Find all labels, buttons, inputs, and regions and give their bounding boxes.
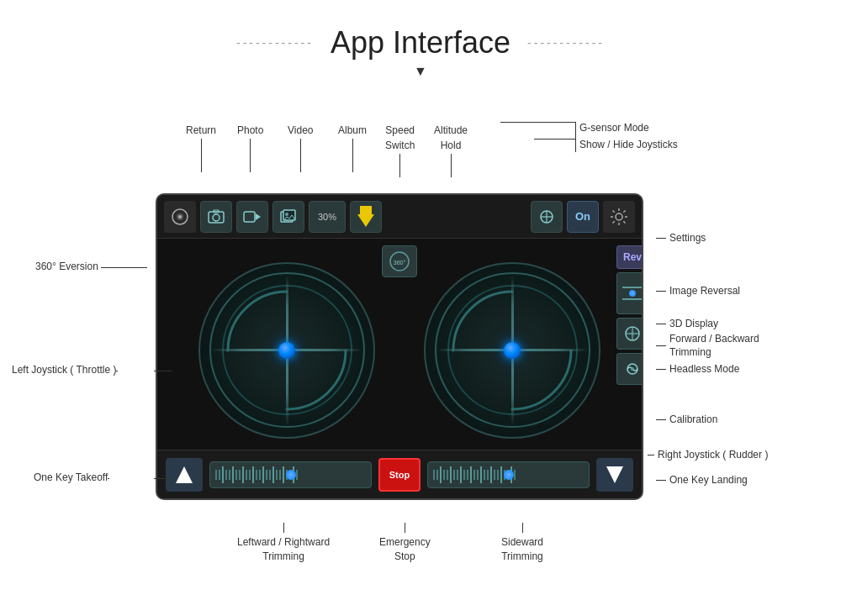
on-button[interactable]: On — [567, 201, 599, 233]
back-button[interactable] — [164, 201, 196, 233]
label-right-joystick: Right Joystick ( Rudder ) — [648, 449, 768, 461]
app-title: App Interface — [331, 25, 510, 61]
svg-point-33 — [631, 367, 634, 371]
on-label: On — [575, 210, 590, 223]
right-panel: Rev — [616, 245, 643, 385]
label-album: Album — [338, 122, 367, 172]
label-show-hide: Show / Hide Joysticks — [534, 139, 678, 152]
landing-button[interactable] — [596, 458, 633, 492]
3d-line-2 — [622, 298, 643, 300]
calibration-button[interactable] — [616, 353, 643, 385]
interface-body: 30% On — [156, 193, 643, 500]
left-joystick[interactable] — [194, 258, 379, 443]
right-trim-bar[interactable] — [427, 461, 590, 488]
headless-button[interactable] — [616, 318, 643, 350]
svg-marker-34 — [176, 466, 193, 483]
svg-line-23 — [623, 221, 625, 223]
joystick-center-dot — [278, 342, 295, 359]
label-one-key-takeoff: One Key Takeoff — [34, 471, 108, 483]
3d-line — [622, 287, 643, 288]
label-emergency-stop: Emergency Stop — [379, 523, 431, 564]
eversion-button[interactable]: 360° — [382, 245, 417, 277]
title-arrow: ▼ — [0, 64, 841, 79]
label-photo: Photo — [237, 122, 263, 172]
svg-marker-7 — [256, 213, 261, 220]
joysticks-area: 360° — [157, 239, 642, 461]
label-calibration: Calibration — [656, 413, 717, 425]
label-altitude-hold: Altitude Hold — [434, 122, 468, 177]
svg-point-2 — [178, 215, 182, 218]
svg-point-17 — [616, 213, 622, 220]
label-return: Return — [186, 122, 216, 172]
svg-line-22 — [613, 210, 615, 212]
svg-point-10 — [285, 213, 288, 216]
label-headless-mode: Headless Mode — [656, 363, 739, 375]
label-3d-display: 3D Display — [656, 318, 718, 329]
svg-line-24 — [623, 210, 625, 212]
svg-point-4 — [213, 214, 220, 221]
label-eversion: 360° Eversion — [35, 261, 98, 272]
label-settings: Settings — [656, 232, 706, 244]
stop-button[interactable]: Stop — [378, 458, 420, 492]
top-toolbar: 30% On — [157, 195, 642, 239]
trim-center-left — [286, 470, 296, 480]
app-interface-wrap: 30% On — [156, 193, 643, 500]
rev-label: Rev — [623, 251, 642, 263]
right-joystick[interactable] — [420, 258, 605, 443]
svg-rect-11 — [360, 206, 372, 214]
label-one-key-landing: One Key Landing — [656, 474, 748, 486]
label-image-reversal: Image Reversal — [656, 285, 740, 297]
label-speed-switch: Speed Switch — [385, 122, 415, 177]
display-3d-button[interactable] — [616, 272, 643, 314]
title-dash-left: ------------ — [236, 36, 314, 50]
takeoff-button[interactable] — [166, 458, 203, 492]
trim-center-right — [504, 470, 514, 480]
label-sideward-trim: Sideward Trimming — [501, 523, 543, 564]
video-button[interactable] — [236, 201, 268, 233]
3d-circle — [629, 290, 636, 297]
left-joystick-line — [154, 371, 172, 371]
label-lr-trim: Leftward / Rightward Trimming — [237, 523, 330, 564]
speed-button[interactable]: 30% — [309, 201, 346, 233]
settings-button[interactable] — [603, 201, 635, 233]
takeoff-line — [154, 478, 172, 479]
svg-rect-6 — [244, 212, 255, 222]
label-fb-trim: Forward / Backward Trimming — [656, 333, 759, 359]
photo-button[interactable] — [200, 201, 232, 233]
svg-text:360°: 360° — [394, 260, 406, 266]
rev-button[interactable]: Rev — [616, 245, 643, 269]
svg-marker-35 — [606, 466, 623, 483]
title-dash-right: ------------ — [527, 36, 605, 50]
album-button[interactable] — [272, 201, 304, 233]
label-left-joystick: Left Joystick ( Throttle ) — [12, 364, 116, 376]
altitude-hold-button[interactable] — [350, 201, 382, 233]
svg-marker-12 — [357, 214, 374, 227]
label-video: Video — [288, 122, 313, 172]
stop-label: Stop — [389, 470, 410, 480]
left-trim-bar[interactable] — [209, 461, 372, 488]
trim-button[interactable] — [531, 201, 563, 233]
title-section: ------------ App Interface ------------ … — [0, 0, 841, 79]
speed-value: 30% — [318, 212, 336, 222]
joystick-center-dot-r — [504, 342, 521, 359]
svg-line-25 — [613, 221, 615, 223]
bottom-toolbar: Stop — [157, 450, 642, 498]
svg-point-31 — [631, 332, 634, 335]
